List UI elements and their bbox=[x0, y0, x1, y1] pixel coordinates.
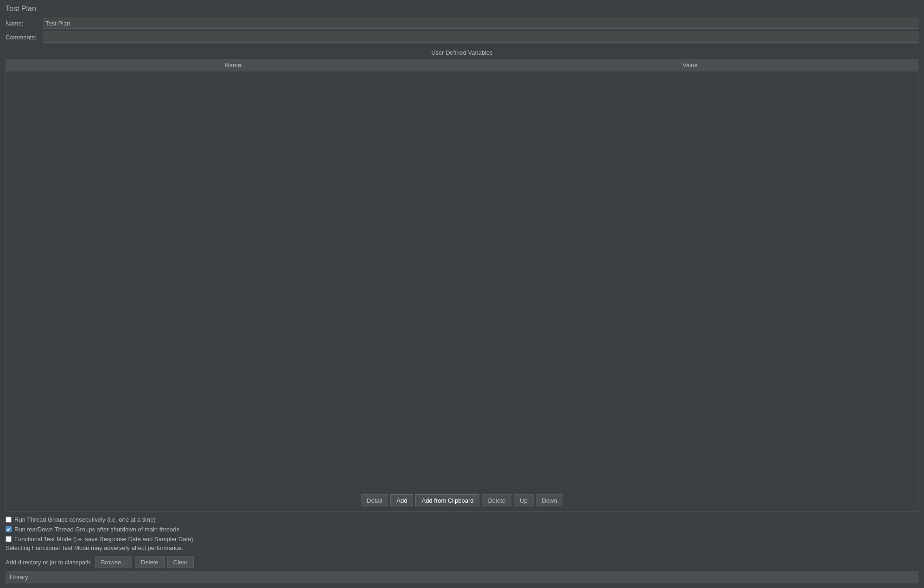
run-thread-groups-checkbox[interactable] bbox=[6, 517, 12, 523]
column-name-header: Name: bbox=[6, 59, 462, 71]
run-thread-groups-row: Run Thread Groups consecutively (i.e. on… bbox=[6, 516, 918, 523]
classpath-delete-button[interactable]: Delete bbox=[135, 556, 165, 568]
page-title: Test Plan bbox=[6, 5, 918, 13]
browse-button[interactable]: Browse... bbox=[95, 556, 132, 568]
comments-label: Comments: bbox=[6, 34, 43, 41]
table-header: Name: Value bbox=[6, 59, 918, 71]
classpath-label: Add directory or jar to classpath bbox=[6, 559, 90, 566]
add-button[interactable]: Add bbox=[390, 494, 413, 506]
variables-section-title: User Defined Variables bbox=[6, 45, 918, 59]
functional-test-label: Functional Test Mode (i.e. save Response… bbox=[14, 536, 193, 543]
up-button[interactable]: Up bbox=[514, 494, 534, 506]
library-table-header: Library bbox=[6, 571, 918, 583]
detail-button[interactable]: Detail bbox=[361, 494, 388, 506]
table-body[interactable] bbox=[6, 71, 918, 490]
library-column-header: Library bbox=[6, 571, 918, 583]
name-label: Name: bbox=[6, 20, 43, 27]
comments-input[interactable] bbox=[43, 32, 918, 43]
down-button[interactable]: Down bbox=[536, 494, 563, 506]
run-teardown-checkbox[interactable] bbox=[6, 526, 12, 532]
delete-button[interactable]: Delete bbox=[482, 494, 511, 506]
column-value-header: Value bbox=[462, 59, 918, 71]
variables-table: Name: Value Detail Add Add from Clipboar… bbox=[6, 59, 918, 511]
main-container: Test Plan Name: Comments: User Defined V… bbox=[0, 0, 924, 588]
checkboxes-section: Run Thread Groups consecutively (i.e. on… bbox=[6, 516, 918, 543]
functional-test-row: Functional Test Mode (i.e. save Response… bbox=[6, 536, 918, 543]
info-text: Selecting Functional Test Mode may adver… bbox=[6, 544, 918, 551]
classpath-row: Add directory or jar to classpath Browse… bbox=[6, 556, 918, 568]
functional-test-checkbox[interactable] bbox=[6, 536, 12, 542]
clear-button[interactable]: Clear bbox=[167, 556, 194, 568]
run-teardown-label: Run tearDown Thread Groups after shutdow… bbox=[14, 526, 179, 533]
table-actions: Detail Add Add from Clipboard Delete Up … bbox=[6, 490, 918, 511]
name-input[interactable] bbox=[43, 18, 918, 29]
run-teardown-row: Run tearDown Thread Groups after shutdow… bbox=[6, 526, 918, 533]
add-from-clipboard-button[interactable]: Add from Clipboard bbox=[415, 494, 479, 506]
name-row: Name: bbox=[6, 18, 918, 29]
run-thread-groups-label: Run Thread Groups consecutively (i.e. on… bbox=[14, 516, 156, 523]
comments-row: Comments: bbox=[6, 32, 918, 43]
